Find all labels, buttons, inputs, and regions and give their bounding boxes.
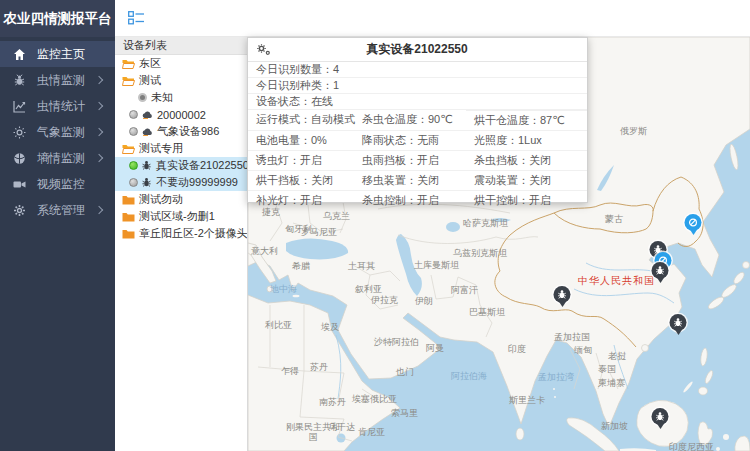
weather-station-icon <box>141 127 153 136</box>
chevron-right-icon <box>95 206 103 214</box>
settings-gear-icon[interactable] <box>256 43 271 56</box>
map-label: 肯尼亚 <box>358 426 385 439</box>
map-label: 苏丹 <box>310 361 328 374</box>
map-label: 地中海 <box>270 283 297 296</box>
tree-folder-test-area[interactable]: 测试区域-勿删1 <box>115 208 247 225</box>
tree-label: 测试区域-勿删1 <box>139 209 215 224</box>
chevron-right-icon <box>95 102 103 110</box>
device-map-marker[interactable] <box>685 214 702 231</box>
tree-label: 20000002 <box>157 109 206 121</box>
sidebar-menu: 监控主页 虫情监测 虫情统计 <box>0 37 115 223</box>
popup-detail-cell: 电池电量：0% <box>248 130 354 150</box>
sidebar-item-label: 视频监控 <box>37 176 85 193</box>
tree-device-unknown[interactable]: 未知 <box>115 89 247 106</box>
sidebar-item-system-settings[interactable]: 系统管理 <box>0 197 115 223</box>
popup-stat-row: 今日识别种类：1 <box>248 78 587 94</box>
map-label: 蒙古 <box>605 213 623 226</box>
sidebar: 农业四情测报平台 监控主页 虫情监测 虫情统计 <box>0 0 115 451</box>
map-label: 泰国 <box>598 363 616 376</box>
popup-detail-cell: 诱虫灯：开启 <box>248 150 354 170</box>
map-label: 索马里 <box>391 407 418 420</box>
tree-folder-test-dedicated[interactable]: 测试专用 <box>115 140 247 157</box>
bug-marker-icon <box>557 289 568 300</box>
popup-detail-cell: 运行模式：自动模式 <box>248 110 354 129</box>
popup-detail-cell: 烘干控制：开启 <box>466 190 587 210</box>
status-dot-offline <box>129 110 138 119</box>
line-chart-icon <box>13 100 26 113</box>
map-label: 阿拉伯海 <box>451 370 487 383</box>
device-map-marker[interactable] <box>652 408 669 425</box>
sidebar-item-label: 气象监测 <box>37 124 85 141</box>
map-label: 希腊 <box>292 260 310 273</box>
device-detail-popup: 真实设备21022550 今日识别数量：4今日识别种类：1设备状态：在线 运行模… <box>247 37 588 203</box>
map-label: 乍得 <box>281 365 299 378</box>
sidebar-item-weather-monitor[interactable]: 气象监测 <box>0 119 115 145</box>
top-bar <box>115 0 750 37</box>
bug-marker-icon <box>655 265 666 276</box>
panel-toggle-icon[interactable] <box>128 11 145 25</box>
bug-marker-icon <box>673 317 684 328</box>
map-label: 埃及 <box>321 321 339 334</box>
sidebar-item-label: 虫情监测 <box>37 72 85 89</box>
home-icon <box>13 48 26 61</box>
map-label: 柬埔寨 <box>598 377 625 390</box>
sidebar-item-insect-stats[interactable]: 虫情统计 <box>0 93 115 119</box>
open-folder-icon <box>122 59 135 69</box>
insect-device-icon <box>141 160 152 171</box>
map-label: 印度尼西亚 <box>669 441 714 451</box>
map-label: 阿富汗 <box>451 284 478 297</box>
tree-label: 测试专用 <box>139 141 183 156</box>
station-marker-icon <box>688 217 699 228</box>
sidebar-item-soil-monitor[interactable]: 墒情监测 <box>0 145 115 171</box>
map-label: 意大利 <box>251 245 278 258</box>
status-dot-online <box>129 161 138 170</box>
map-label: 印度 <box>508 343 526 356</box>
sidebar-item-video-monitor[interactable]: 视频监控 <box>0 171 115 197</box>
globe-icon <box>13 152 26 165</box>
tree-folder-test[interactable]: 测试 <box>115 72 247 89</box>
device-map-marker[interactable] <box>652 262 669 279</box>
device-list-header: 设备列表 <box>115 37 247 55</box>
map-label: 乌兹别克斯坦 <box>453 247 507 260</box>
map-label: 刚果民主共和国 <box>286 422 340 443</box>
map-label: 中华人民共和国 <box>578 274 655 288</box>
popup-detail-grid: 运行模式：自动模式杀虫仓温度：90℃烘干仓温度：87℃电池电量：0%降雨状态：无… <box>248 110 587 210</box>
gear-icon <box>13 204 26 217</box>
unknown-device-icon <box>138 93 147 102</box>
popup-title: 真实设备21022550 <box>271 41 563 58</box>
app-window: 农业四情测报平台 监控主页 虫情监测 虫情统计 <box>0 0 750 451</box>
sun-icon <box>13 126 26 139</box>
map-label: 沙特阿拉伯 <box>374 336 419 349</box>
popup-stat-row: 今日识别数量：4 <box>248 62 587 78</box>
sidebar-item-monitor-home[interactable]: 监控主页 <box>0 41 115 67</box>
tree-device-weather-1[interactable]: 20000002 <box>115 106 247 123</box>
map-label: 老挝 <box>608 350 626 363</box>
tree-label: 不要动99999999 <box>156 175 238 190</box>
popup-detail-cell: 补光灯：开启 <box>248 190 354 210</box>
device-map-marker[interactable] <box>670 314 687 331</box>
device-map-marker[interactable] <box>554 286 571 303</box>
map-label: 新加坡 <box>601 420 628 433</box>
sidebar-item-label: 监控主页 <box>37 46 85 63</box>
tree-device-weather-2[interactable]: 气象设备986 <box>115 123 247 140</box>
bug-marker-icon <box>655 411 666 422</box>
popup-stat-row: 设备状态：在线 <box>248 94 587 110</box>
video-camera-icon <box>13 178 26 191</box>
tree-folder-east[interactable]: 东区 <box>115 55 247 72</box>
map-label: 孟加拉国 <box>554 331 590 344</box>
tree-folder-zhangqiu[interactable]: 章丘阳丘区-2个摄像头 <box>115 225 247 242</box>
tree-label: 真实设备21022550 <box>156 158 248 173</box>
popup-detail-cell: 降雨状态：无雨 <box>354 130 466 150</box>
sidebar-item-label: 虫情统计 <box>37 98 85 115</box>
map-label: 孟加拉湾 <box>538 371 574 384</box>
tree-folder-test-nomove[interactable]: 测试勿动 <box>115 191 247 208</box>
tree-device-donottouch[interactable]: 不要动99999999 <box>115 174 247 191</box>
tree-device-real-selected[interactable]: 真实设备21022550 <box>115 157 247 174</box>
sidebar-item-insect-monitor[interactable]: 虫情监测 <box>0 67 115 93</box>
app-title: 农业四情测报平台 <box>0 0 115 37</box>
sidebar-item-label: 系统管理 <box>37 202 85 219</box>
tree-label: 测试勿动 <box>139 192 183 207</box>
bug-icon <box>13 74 26 87</box>
popup-detail-cell: 杀虫控制：开启 <box>354 190 466 210</box>
popup-detail-cell: 烘干挡板：关闭 <box>248 170 354 190</box>
